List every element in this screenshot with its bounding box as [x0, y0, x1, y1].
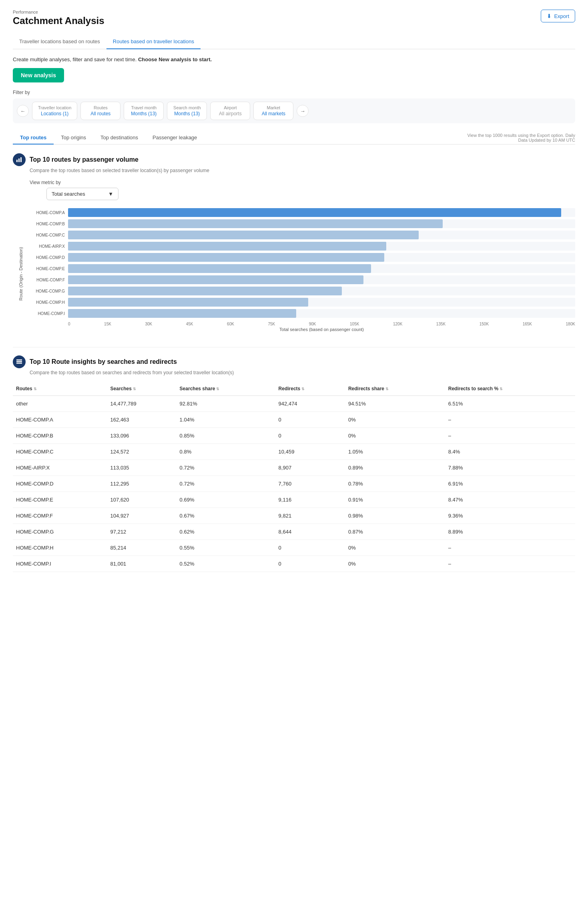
- cell-searches: 124,572: [107, 444, 177, 460]
- chart-bar-row: HOME-COMP.B: [25, 219, 575, 228]
- cell-route: HOME-COMP.C: [13, 444, 107, 460]
- chart-bar-row: HOME-COMP.E: [25, 264, 575, 273]
- filter-item-traveller-location[interactable]: Traveller location Locations (1): [32, 102, 77, 120]
- chart-bar-wrap: [68, 219, 575, 228]
- cell-searches: 81,001: [107, 556, 177, 572]
- cell-redirects-to-search: –: [445, 428, 575, 444]
- chart-x-tick: 90K: [309, 322, 316, 326]
- table-row: HOME-COMP.H 85,214 0.55% 0 0% –: [13, 540, 575, 556]
- chart-bar-wrap: [68, 208, 575, 217]
- sub-tab-top-origins[interactable]: Top origins: [54, 131, 93, 144]
- col-searches-share[interactable]: Searches share⇅: [177, 382, 275, 396]
- sort-icon-searches: ⇅: [133, 387, 136, 391]
- cell-redirects-share: 0.91%: [345, 492, 445, 508]
- col-redirects-to-search[interactable]: Redirects to search %⇅: [445, 382, 575, 396]
- sub-tab-top-routes[interactable]: Top routes: [13, 131, 54, 144]
- cell-redirects-to-search: –: [445, 540, 575, 556]
- sub-tab-passenger-leakage[interactable]: Passenger leakage: [145, 131, 204, 144]
- chart-section-title: Top 10 routes by passenger volume: [30, 156, 138, 163]
- chart-x-tick: 45K: [186, 322, 193, 326]
- sub-tab-top-destinations[interactable]: Top destinations: [93, 131, 145, 144]
- filter-search-month-value: Months (13): [173, 111, 201, 116]
- filter-next-button[interactable]: →: [297, 105, 309, 117]
- chart-bar: [68, 219, 443, 228]
- cell-redirects: 8,644: [275, 524, 345, 540]
- cell-searches-share: 0.52%: [177, 556, 275, 572]
- chart-bar: [68, 253, 384, 262]
- sort-icon-redirects-share: ⇅: [385, 387, 389, 391]
- table-body: other 14,477,789 92.81% 942,474 94.51% 6…: [13, 396, 575, 572]
- chart-bar-row: HOME-COMP.I: [25, 309, 575, 318]
- metric-select-dropdown[interactable]: Total searches ▼: [46, 188, 118, 200]
- filter-routes-label: Routes: [86, 105, 114, 110]
- cell-searches-share: 0.8%: [177, 444, 275, 460]
- tab-traveller-locations[interactable]: Traveller locations based on routes: [13, 34, 106, 49]
- filter-item-airport[interactable]: Airport All airports: [210, 102, 250, 120]
- col-redirects[interactable]: Redirects⇅: [275, 382, 345, 396]
- chart-area: HOME-COMP.A HOME-COMP.B HOME-COMP.C HOME…: [25, 208, 575, 320]
- svg-rect-4: [16, 361, 22, 362]
- cell-redirects: 8,907: [275, 460, 345, 476]
- cell-redirects-to-search: 6.91%: [445, 476, 575, 492]
- page-container: Performance Catchment Analysis ⬇ Export …: [0, 0, 588, 582]
- filter-item-routes[interactable]: Routes All routes: [80, 102, 120, 120]
- chart-y-label: HOME-COMP.A: [25, 211, 65, 215]
- cell-searches-share: 0.62%: [177, 524, 275, 540]
- cell-searches-share: 0.69%: [177, 492, 275, 508]
- filter-item-search-month[interactable]: Search month Months (13): [167, 102, 207, 120]
- cell-redirects-share: 0.98%: [345, 508, 445, 524]
- filter-travel-month-value: Months (13): [130, 111, 158, 116]
- cell-redirects-to-search: 9.36%: [445, 508, 575, 524]
- cell-searches: 97,212: [107, 524, 177, 540]
- chart-bar: [68, 264, 371, 273]
- cell-searches: 104,927: [107, 508, 177, 524]
- chart-bar-row: HOME-COMP.G: [25, 287, 575, 295]
- table-section-subtitle: Compare the top routes based on searches…: [30, 370, 575, 375]
- filter-airport-value: All airports: [216, 111, 244, 116]
- chart-y-label: HOME-COMP.I: [25, 311, 65, 316]
- filter-item-market[interactable]: Market All markets: [253, 102, 293, 120]
- chart-x-tick: 150K: [480, 322, 489, 326]
- chart-bar: [68, 208, 561, 217]
- cell-redirects-to-search: –: [445, 556, 575, 572]
- export-button[interactable]: ⬇ Export: [541, 10, 575, 22]
- chart-section: Top 10 routes by passenger volume Compar…: [13, 153, 575, 339]
- cell-route: HOME-COMP.G: [13, 524, 107, 540]
- col-searches[interactable]: Searches⇅: [107, 382, 177, 396]
- chart-inner: HOME-COMP.A HOME-COMP.B HOME-COMP.C HOME…: [25, 208, 575, 339]
- cell-searches-share: 92.81%: [177, 396, 275, 412]
- chart-bar-row: HOME-AIRP.X: [25, 242, 575, 251]
- table-row: HOME-COMP.C 124,572 0.8% 10,459 1.05% 8.…: [13, 444, 575, 460]
- cell-redirects-share: 0.78%: [345, 476, 445, 492]
- chart-y-label: HOME-COMP.B: [25, 222, 65, 226]
- cell-route: HOME-COMP.I: [13, 556, 107, 572]
- sort-icon-searches-share: ⇅: [216, 387, 219, 391]
- filter-item-travel-month[interactable]: Travel month Months (13): [124, 102, 164, 120]
- cell-searches: 133,096: [107, 428, 177, 444]
- filter-traveller-location-label: Traveller location: [38, 105, 71, 110]
- chart-bar-row: HOME-COMP.C: [25, 231, 575, 239]
- cell-searches: 113,035: [107, 460, 177, 476]
- chart-y-label: HOME-COMP.G: [25, 289, 65, 293]
- new-analysis-button[interactable]: New analysis: [13, 68, 64, 82]
- cell-route: HOME-COMP.A: [13, 412, 107, 428]
- chart-x-tick: 75K: [268, 322, 275, 326]
- col-redirects-share[interactable]: Redirects share⇅: [345, 382, 445, 396]
- tab-routes-based[interactable]: Routes based on traveller locations: [106, 34, 201, 49]
- sub-tabs: Top routes Top origins Top destinations …: [13, 131, 204, 144]
- cell-redirects: 0: [275, 556, 345, 572]
- chart-bar: [68, 275, 363, 284]
- svg-rect-2: [20, 157, 22, 162]
- sort-icon-routes: ⇅: [34, 387, 37, 391]
- filter-prev-button[interactable]: ←: [17, 105, 29, 117]
- performance-label: Performance: [13, 10, 104, 14]
- cell-redirects-to-search: 8.4%: [445, 444, 575, 460]
- sub-tab-note: View the top 1000 results using the Expo…: [463, 133, 575, 142]
- cell-searches-share: 0.72%: [177, 476, 275, 492]
- col-routes[interactable]: Routes⇅: [13, 382, 107, 396]
- svg-rect-1: [18, 159, 20, 162]
- table-row: HOME-COMP.I 81,001 0.52% 0 0% –: [13, 556, 575, 572]
- table-head: Routes⇅ Searches⇅ Searches share⇅ Redire…: [13, 382, 575, 396]
- section-divider: [13, 347, 575, 347]
- filter-market-label: Market: [259, 105, 287, 110]
